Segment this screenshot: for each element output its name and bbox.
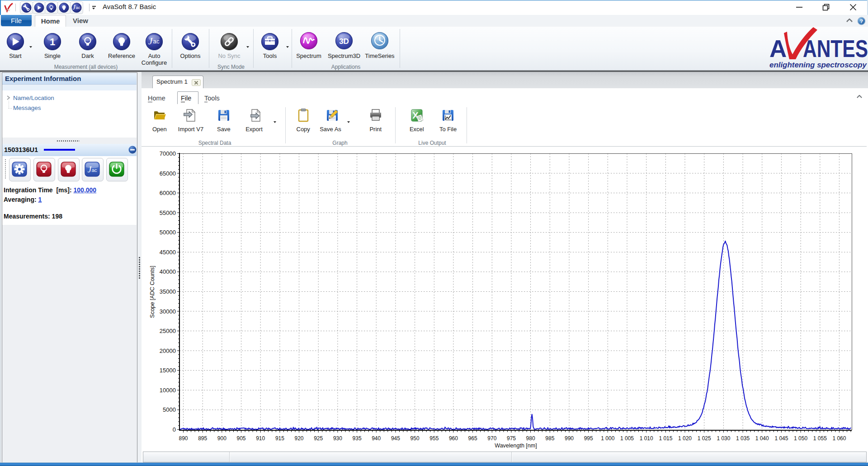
svg-text:70000: 70000 [160,150,176,157]
svg-text:960: 960 [449,435,458,442]
svg-text:1 010: 1 010 [640,435,653,442]
svg-text:995: 995 [584,435,593,442]
svg-text:3D: 3D [339,37,349,46]
svg-text:985: 985 [545,435,554,442]
svg-text:970: 970 [487,435,496,442]
svg-text:ac: ac [76,5,80,10]
svg-text:975: 975 [507,435,516,442]
svg-text:1 015: 1 015 [659,435,672,442]
svg-text:ac: ac [91,167,97,173]
svg-text:895: 895 [198,435,207,442]
svg-text:25000: 25000 [160,328,176,334]
svg-text:35000: 35000 [160,288,176,295]
svg-text:ac: ac [153,38,160,45]
svg-text:910: 910 [256,435,265,442]
svg-text:Scope [ADC Counts]: Scope [ADC Counts] [149,266,156,318]
svg-text:1 050: 1 050 [794,435,807,442]
svg-text:45000: 45000 [160,249,176,256]
svg-text:980: 980 [526,435,535,442]
svg-text:890: 890 [179,435,188,442]
svg-text:905: 905 [236,435,245,442]
svg-text:enlightening spectroscopy: enlightening spectroscopy [769,61,868,69]
svg-text:950: 950 [410,435,420,442]
svg-text:65000: 65000 [160,170,176,177]
svg-text:915: 915 [275,435,284,442]
svg-text:?: ? [860,19,863,24]
svg-text:55000: 55000 [160,209,176,216]
svg-text:955: 955 [429,435,439,442]
svg-text:1 060: 1 060 [832,435,846,442]
svg-text:1 055: 1 055 [813,435,827,442]
svg-text:1 035: 1 035 [736,435,750,442]
svg-text:0: 0 [173,426,176,433]
svg-text:1 040: 1 040 [755,435,769,442]
svg-text:920: 920 [294,435,303,442]
svg-text:10000: 10000 [160,387,176,394]
svg-text:5000: 5000 [163,406,176,413]
svg-text:900: 900 [217,435,226,442]
svg-text:1 020: 1 020 [678,435,692,442]
svg-text:40000: 40000 [160,268,176,275]
svg-text:990: 990 [565,435,574,442]
svg-text:Wavelength [nm]: Wavelength [nm] [495,442,537,449]
svg-text:925: 925 [314,435,323,442]
svg-text:930: 930 [333,435,342,442]
svg-text:15000: 15000 [160,367,176,374]
svg-text:1 000: 1 000 [601,435,614,442]
svg-text:1 030: 1 030 [717,435,730,442]
svg-text:940: 940 [372,435,381,442]
svg-text:60000: 60000 [160,190,176,196]
svg-text:1 025: 1 025 [698,435,711,442]
svg-text:A: A [769,35,787,62]
svg-text:945: 945 [391,435,400,442]
svg-text:1: 1 [50,36,55,48]
svg-text:1 045: 1 045 [774,435,788,442]
svg-text:1 005: 1 005 [620,435,634,442]
svg-text:50000: 50000 [160,229,176,236]
svg-text:30000: 30000 [160,308,176,315]
svg-text:ANTES: ANTES [803,35,868,62]
svg-text:965: 965 [468,435,477,442]
svg-text:20000: 20000 [160,347,176,354]
svg-text:935: 935 [353,435,362,442]
